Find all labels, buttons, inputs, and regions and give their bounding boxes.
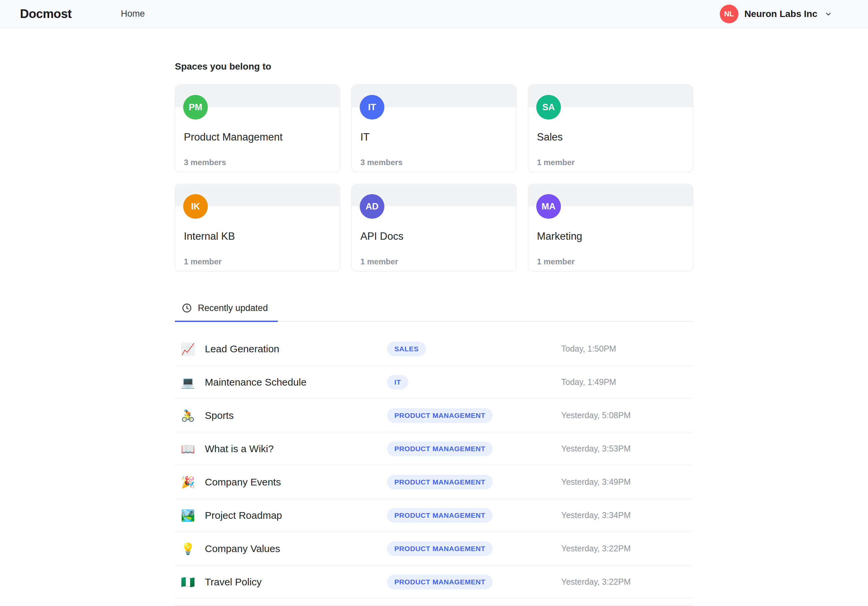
- page-row-badge-cell: PRODUCT MANAGEMENT: [387, 408, 561, 423]
- space-card-api-docs[interactable]: AD API Docs 1 member: [352, 184, 516, 271]
- page-updated-time: Yesterday, 3:22PM: [561, 544, 693, 553]
- space-avatar: MA: [536, 194, 561, 219]
- chevron-down-icon: [824, 10, 833, 18]
- page-row-main: 📖 What is a Wiki?: [175, 443, 387, 454]
- spaces-heading: Spaces you belong to: [175, 61, 693, 72]
- space-avatar: PM: [183, 95, 208, 119]
- page-title[interactable]: What is a Wiki?: [205, 443, 274, 454]
- page-row-badge-cell: PRODUCT MANAGEMENT: [387, 475, 561, 490]
- page-row-badge-cell: IT: [387, 375, 561, 389]
- space-member-count: 3 members: [175, 158, 340, 167]
- page-row-badge-cell: PRODUCT MANAGEMENT: [387, 442, 561, 456]
- page-title[interactable]: Company Values: [205, 543, 280, 554]
- workspace-name: Neuron Labs Inc: [744, 9, 817, 19]
- page-row-sports[interactable]: 🚴 Sports PRODUCT MANAGEMENT Yesterday, 5…: [175, 399, 693, 432]
- tab-recently-updated[interactable]: Recently updated: [175, 297, 278, 321]
- space-name: API Docs: [352, 230, 516, 242]
- page-row-what-is-a-wiki[interactable]: 📖 What is a Wiki? PRODUCT MANAGEMENT Yes…: [175, 432, 693, 465]
- space-avatar: SA: [536, 95, 561, 119]
- space-card-internal-kb[interactable]: IK Internal KB 1 member: [175, 184, 340, 271]
- page-row-maintenance-schedule[interactable]: 💻 Maintenance Schedule IT Today, 1:49PM: [175, 366, 693, 399]
- page-title[interactable]: Project Roadmap: [205, 510, 282, 521]
- page-updated-time: Yesterday, 3:49PM: [561, 477, 693, 487]
- space-name: Internal KB: [175, 230, 340, 242]
- page-row-main: 🚴 Sports: [175, 410, 387, 421]
- space-member-count: 1 member: [175, 257, 340, 267]
- landscape-icon: 🏞️: [181, 510, 195, 521]
- top-navigation-bar: Docmost Home NL Neuron Labs Inc: [0, 0, 868, 28]
- workspace-switcher[interactable]: NL Neuron Labs Inc: [720, 5, 833, 23]
- space-name: Marketing: [528, 230, 693, 242]
- page-row-travel-policy[interactable]: 🇳🇬 Travel Policy PRODUCT MANAGEMENT Yest…: [175, 566, 693, 599]
- space-card-marketing[interactable]: MA Marketing 1 member: [528, 184, 693, 271]
- page-title[interactable]: Travel Policy: [205, 577, 262, 588]
- scroll-shadow: [175, 603, 693, 606]
- space-avatar: IK: [183, 194, 208, 219]
- chart-increasing-icon: 📈: [181, 343, 195, 355]
- page-row-main: 💡 Company Values: [175, 543, 387, 554]
- space-badge[interactable]: PRODUCT MANAGEMENT: [387, 575, 493, 589]
- space-name: IT: [352, 131, 516, 143]
- cyclist-icon: 🚴: [181, 410, 195, 421]
- party-popper-icon: 🎉: [181, 476, 195, 488]
- app-logo[interactable]: Docmost: [20, 7, 71, 21]
- space-badge[interactable]: PRODUCT MANAGEMENT: [387, 442, 493, 456]
- page-row-main: 💻 Maintenance Schedule: [175, 377, 387, 388]
- space-badge[interactable]: SALES: [387, 342, 426, 356]
- clock-icon: [181, 303, 192, 313]
- home-content: Spaces you belong to PM Product Manageme…: [175, 28, 693, 606]
- space-avatar: IT: [360, 95, 384, 119]
- page-row-badge-cell: PRODUCT MANAGEMENT: [387, 575, 561, 589]
- page-row-main: 🎉 Company Events: [175, 476, 387, 488]
- page-row-company-values[interactable]: 💡 Company Values PRODUCT MANAGEMENT Yest…: [175, 532, 693, 566]
- page-updated-time: Yesterday, 3:34PM: [561, 510, 693, 520]
- page-title[interactable]: Lead Generation: [205, 343, 279, 355]
- page-updated-time: Today, 1:50PM: [561, 344, 693, 353]
- space-member-count: 3 members: [352, 158, 516, 167]
- page-row-lead-generation[interactable]: 📈 Lead Generation SALES Today, 1:50PM: [175, 332, 693, 366]
- workspace-avatar: NL: [720, 5, 738, 23]
- space-card-it[interactable]: IT IT 3 members: [352, 85, 516, 172]
- tab-label: Recently updated: [198, 303, 268, 313]
- space-avatar: AD: [360, 194, 384, 219]
- nav-home[interactable]: Home: [121, 9, 145, 19]
- page-row-project-roadmap[interactable]: 🏞️ Project Roadmap PRODUCT MANAGEMENT Ye…: [175, 499, 693, 532]
- space-name: Sales: [528, 131, 693, 143]
- page-updated-time: Yesterday, 3:53PM: [561, 444, 693, 454]
- space-badge[interactable]: PRODUCT MANAGEMENT: [387, 508, 493, 523]
- page-title[interactable]: Sports: [205, 410, 234, 421]
- space-name: Product Management: [175, 131, 340, 143]
- page-row-badge-cell: SALES: [387, 342, 561, 356]
- page-updated-time: Yesterday, 5:08PM: [561, 411, 693, 420]
- page-row-main: 📈 Lead Generation: [175, 343, 387, 355]
- light-bulb-icon: 💡: [181, 543, 195, 554]
- page-title[interactable]: Company Events: [205, 476, 281, 488]
- page-updated-time: Today, 1:49PM: [561, 377, 693, 387]
- page-row-main: 🇳🇬 Travel Policy: [175, 577, 387, 588]
- open-book-icon: 📖: [181, 443, 195, 454]
- laptop-icon: 💻: [181, 377, 195, 388]
- space-badge[interactable]: PRODUCT MANAGEMENT: [387, 475, 493, 490]
- page-row-badge-cell: PRODUCT MANAGEMENT: [387, 541, 561, 556]
- nigeria-flag-icon: 🇳🇬: [181, 577, 195, 588]
- page-title[interactable]: Maintenance Schedule: [205, 377, 307, 388]
- page-row-badge-cell: PRODUCT MANAGEMENT: [387, 508, 561, 523]
- space-card-sales[interactable]: SA Sales 1 member: [528, 85, 693, 172]
- page-row-main: 🏞️ Project Roadmap: [175, 510, 387, 521]
- space-badge[interactable]: PRODUCT MANAGEMENT: [387, 541, 493, 556]
- recently-updated-list: 📈 Lead Generation SALES Today, 1:50PM 💻 …: [175, 332, 693, 599]
- space-card-product-management[interactable]: PM Product Management 3 members: [175, 85, 340, 172]
- space-member-count: 1 member: [528, 158, 693, 167]
- space-member-count: 1 member: [528, 257, 693, 267]
- tab-bar: Recently updated: [175, 297, 693, 322]
- space-badge[interactable]: IT: [387, 375, 408, 389]
- page-row-company-events[interactable]: 🎉 Company Events PRODUCT MANAGEMENT Yest…: [175, 465, 693, 499]
- page-updated-time: Yesterday, 3:22PM: [561, 577, 693, 587]
- space-member-count: 1 member: [352, 257, 516, 267]
- main-nav: Home: [121, 9, 145, 19]
- space-badge[interactable]: PRODUCT MANAGEMENT: [387, 408, 493, 423]
- spaces-grid: PM Product Management 3 members IT IT 3 …: [175, 85, 693, 271]
